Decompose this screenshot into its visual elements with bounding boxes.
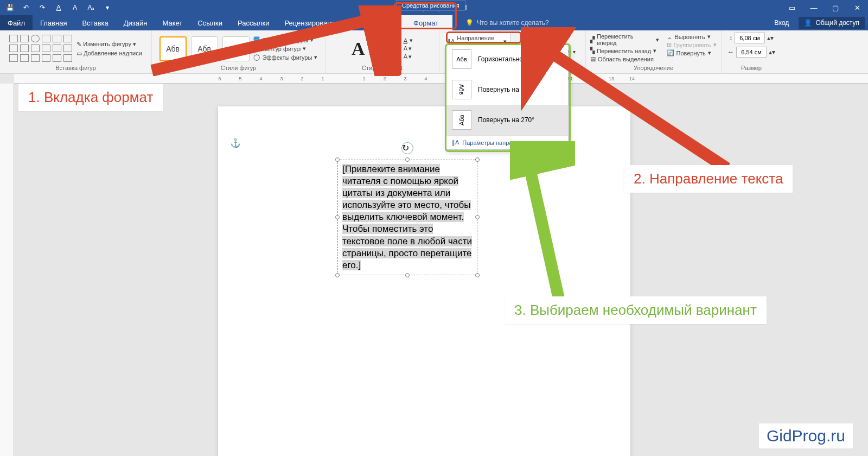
styles-icon[interactable]: Aₐ	[85, 1, 98, 14]
dropdown-item-label: Параметры направления текста...	[462, 140, 556, 146]
maximize-icon[interactable]: ▢	[825, 0, 846, 15]
sign-in-link[interactable]: Вход	[767, 19, 796, 27]
rotate-label: Повернуть	[676, 50, 706, 56]
dropdown-item-horizontal[interactable]: Абв Горизонтально	[446, 44, 568, 74]
wordart-thumb[interactable]: А	[387, 39, 400, 59]
bulb-icon: 💡	[465, 19, 474, 27]
text-direction-dropdown: Абв Горизонтально Абв Повернуть на 90° А…	[446, 43, 569, 150]
dropdown-item-rotate-90[interactable]: Абв Повернуть на 90°	[446, 74, 568, 105]
resize-handle[interactable]	[475, 157, 480, 162]
edit-shape-button[interactable]: ✎ Изменить фигуру ▾	[76, 41, 142, 48]
group-button[interactable]: ⊞ Группировать ▾	[667, 41, 717, 49]
redo-icon[interactable]: ↷	[36, 1, 49, 14]
tell-me-search[interactable]: 💡 Что вы хотите сделать?	[465, 15, 549, 30]
tab-mailings[interactable]: Рассылки	[230, 15, 277, 30]
width-input[interactable]	[736, 47, 767, 58]
wordart-thumb[interactable]: А	[369, 39, 383, 59]
tab-home[interactable]: Главная	[33, 15, 74, 30]
textbox-container[interactable]: ↻ [Привлеките внимание читателя с помощь…	[337, 142, 477, 275]
tab-insert[interactable]: Вставка	[74, 15, 116, 30]
outline-icon: ✏	[253, 45, 260, 53]
wordart-thumb[interactable]: А	[352, 39, 365, 59]
group-label: Стили фигур	[221, 65, 256, 72]
tab-format[interactable]: Формат	[399, 15, 452, 30]
watermark: GidProg.ru	[759, 423, 853, 448]
group-label: Стили WordArt	[362, 65, 403, 72]
shape-effects-button[interactable]: ◯Эффекты фигуры ▾	[253, 54, 318, 61]
group-label: Упорядочение	[634, 65, 673, 72]
rotate-handle[interactable]: ↻	[401, 142, 413, 154]
tab-design[interactable]: Дизайн	[116, 15, 155, 30]
group-wordart: А А А A ▾ A ▾ A ▾ Стили WordArt	[326, 30, 439, 73]
height-input[interactable]	[735, 33, 765, 43]
align-button[interactable]: ⫠ Выровнять ▾	[667, 33, 717, 41]
minimize-icon[interactable]: —	[803, 0, 825, 15]
shape-effects-label: Эффекты фигуры	[263, 54, 312, 61]
qat-more-icon[interactable]: ▾	[101, 1, 114, 14]
workspace: 6543211234567891011121314 ⚓ ↻ [Привлекит…	[0, 74, 868, 456]
ribbon-options-icon[interactable]: ▭	[781, 0, 803, 15]
shape-outline-button[interactable]: ✏Контур фигуры ▾	[253, 45, 318, 53]
share-button[interactable]: 👤 Общий доступ	[799, 17, 865, 29]
resize-handle[interactable]	[475, 273, 480, 277]
textbox[interactable]: [Привлеките внимание читателя с помощью …	[337, 160, 477, 275]
tab-layout[interactable]: Макет	[155, 15, 190, 30]
title-bar: 💾 ↶ ↷ A A Aₐ ▾ Текст примера - Word Сред…	[0, 0, 868, 15]
tab-file[interactable]: Файл	[0, 15, 33, 30]
dropdown-item-label: Повернуть на 270°	[478, 116, 534, 124]
tab-view[interactable]: Вид	[347, 15, 375, 30]
send-backward-button[interactable]: ▚ Переместить назад ▾	[590, 47, 659, 55]
group-arrange: ▞ Переместить вперед ▾ ▚ Переместить наз…	[586, 30, 722, 73]
quick-access-toolbar: 💾 ↶ ↷ A A Aₐ ▾	[0, 1, 117, 14]
dropdown-item-rotate-270[interactable]: Абв Повернуть на 270°	[446, 105, 568, 135]
style-thumb[interactable]: Абв	[159, 36, 187, 61]
share-icon: 👤	[804, 19, 812, 27]
thumb-icon: Абв	[452, 110, 471, 130]
ribbon-tabs: Файл Главная Вставка Дизайн Макет Ссылки…	[0, 15, 868, 30]
spinner-icon[interactable]: ▴▾	[767, 34, 774, 42]
shape-fill-button[interactable]: 🪣Заливка фигуры ▾	[253, 36, 318, 44]
vertical-ruler[interactable]	[0, 84, 14, 456]
text-fill-button[interactable]: A ▾	[404, 37, 413, 44]
shapes-gallery[interactable]	[9, 35, 73, 63]
group-btn-label: Группировать	[674, 42, 712, 48]
window-controls: ▭ — ▢ ✕	[781, 0, 868, 15]
group-shape-styles: Абв Абв Абв 🪣Заливка фигуры ▾ ✏Контур фи…	[152, 30, 326, 73]
textbox-content[interactable]: [Привлеките внимание читателя с помощью …	[342, 164, 472, 270]
text-outline-button[interactable]: A ▾	[404, 45, 413, 52]
selection-pane-button[interactable]: ▤ Область выделения	[590, 55, 659, 63]
add-caption-label: Добавление надписи	[84, 50, 142, 56]
text-effects-button[interactable]: A ▾	[404, 53, 413, 60]
height-icon: ↕	[729, 34, 732, 42]
ribbon: ✎ Изменить фигуру ▾ ▭ Добавление надписи…	[0, 30, 868, 74]
font-icon[interactable]: A	[68, 1, 81, 14]
resize-handle[interactable]	[335, 157, 340, 162]
selection-pane-label: Область выделения	[598, 56, 654, 62]
tab-references[interactable]: Ссылки	[190, 15, 230, 30]
group-label: Размер	[741, 65, 762, 72]
add-caption-button[interactable]: ▭ Добавление надписи	[76, 50, 142, 57]
dropdown-item-params[interactable]: ‖A Параметры направления текста...	[446, 135, 568, 149]
resize-handle[interactable]	[335, 273, 340, 277]
style-thumb[interactable]: Абв	[222, 36, 250, 61]
resize-handle[interactable]	[335, 215, 340, 219]
font-color-icon[interactable]: A	[52, 1, 65, 14]
tab-review[interactable]: Рецензирование	[277, 15, 346, 30]
document-area[interactable]: ⚓ ↻ [Привлеките внимание читателя с помо…	[14, 84, 868, 456]
share-label: Общий доступ	[815, 19, 859, 27]
undo-icon[interactable]: ↶	[20, 1, 33, 14]
spinner-icon[interactable]: ▴▾	[769, 48, 775, 56]
wordart-gallery[interactable]: А А А	[352, 39, 400, 59]
close-icon[interactable]: ✕	[846, 0, 868, 15]
resize-handle[interactable]	[405, 273, 410, 277]
horizontal-ruler[interactable]: 6543211234567891011121314	[14, 74, 868, 84]
bring-forward-button[interactable]: ▞ Переместить вперед ▾	[590, 33, 659, 47]
contextual-tab-label: Средства рисования	[396, 0, 465, 11]
rotate-button[interactable]: 🔄 Повернуть ▾	[667, 49, 717, 57]
resize-handle[interactable]	[405, 157, 410, 162]
thumb-icon: Абв	[452, 80, 471, 99]
save-icon[interactable]: 💾	[3, 1, 16, 14]
shape-style-gallery[interactable]: Абв Абв Абв	[159, 36, 250, 61]
style-thumb[interactable]: Абв	[191, 36, 218, 61]
align-label: Выровнять	[675, 34, 705, 40]
